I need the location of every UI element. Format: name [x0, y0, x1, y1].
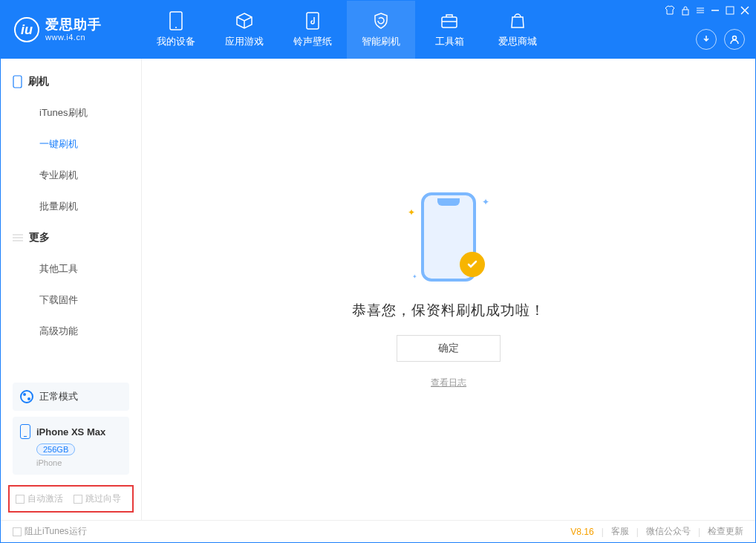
- app-title: 爱思助手: [45, 18, 102, 33]
- mode-icon: [20, 390, 33, 403]
- list-icon: [13, 233, 23, 242]
- device-row: iPhone XS Max: [20, 424, 122, 439]
- sidebar-item-advanced[interactable]: 高级功能: [1, 316, 141, 347]
- tab-label: 铃声壁纸: [293, 35, 332, 48]
- bag-icon: [508, 11, 527, 30]
- mode-box[interactable]: 正常模式: [13, 383, 129, 411]
- svg-point-13: [733, 36, 737, 40]
- body: 刷机 iTunes刷机 一键刷机 专业刷机 批量刷机 更多 其他工具 下载固件 …: [1, 59, 755, 520]
- checkbox-auto-activate[interactable]: 自动激活: [16, 492, 63, 505]
- svg-point-1: [175, 27, 177, 28]
- footer-link-update[interactable]: 检查更新: [708, 525, 743, 538]
- tab-smart-flash[interactable]: 智能刷机: [347, 1, 415, 59]
- mode-label: 正常模式: [39, 390, 78, 403]
- app-subtitle: www.i4.cn: [45, 33, 102, 42]
- sidebar-item-oneclick-flash[interactable]: 一键刷机: [1, 129, 141, 160]
- sparkle-icon: ✦: [482, 197, 489, 207]
- titlebar: iu 爱思助手 www.i4.cn 我的设备 应用游戏 铃声壁纸 智能刷机: [1, 1, 755, 59]
- check-badge-icon: [460, 252, 485, 277]
- sparkle-icon: ✦: [412, 273, 417, 280]
- tshirt-icon[interactable]: [665, 5, 675, 16]
- checkbox-icon: [16, 495, 25, 504]
- toolbox-icon: [440, 11, 459, 30]
- lock-icon[interactable]: [681, 5, 690, 16]
- tab-label: 爱思商城: [498, 35, 537, 48]
- sidebar-section-more: 更多: [1, 222, 141, 253]
- sidebar-scroll: 刷机 iTunes刷机 一键刷机 专业刷机 批量刷机 更多 其他工具 下载固件 …: [1, 59, 141, 377]
- success-message: 恭喜您，保资料刷机成功啦！: [352, 301, 545, 320]
- checkbox-skip-guide[interactable]: 跳过向导: [74, 492, 121, 505]
- device-box[interactable]: iPhone XS Max 256GB iPhone: [13, 417, 129, 475]
- close-icon[interactable]: [740, 6, 749, 15]
- account-button[interactable]: [724, 29, 745, 50]
- footer-link-wechat[interactable]: 微信公众号: [646, 525, 691, 538]
- tab-label: 我的设备: [157, 35, 195, 48]
- header-circle-buttons: [696, 29, 745, 50]
- tab-label: 应用游戏: [225, 35, 264, 48]
- menu-icon[interactable]: [696, 6, 705, 15]
- svg-rect-3: [442, 17, 457, 27]
- ok-button[interactable]: 确定: [397, 335, 501, 362]
- section-title: 刷机: [28, 75, 49, 88]
- top-tabs: 我的设备 应用游戏 铃声壁纸 智能刷机 工具箱 爱思商城: [142, 1, 552, 59]
- tab-apps-games[interactable]: 应用游戏: [210, 1, 278, 59]
- logo-area: iu 爱思助手 www.i4.cn: [1, 17, 142, 42]
- footer-left: 阻止iTunes运行: [13, 525, 570, 538]
- device-storage-badge: 256GB: [36, 443, 75, 455]
- separator: |: [698, 527, 700, 537]
- tab-label: 智能刷机: [362, 35, 400, 48]
- tab-label: 工具箱: [435, 35, 464, 48]
- checkbox-row-highlighted: 自动激活 跳过向导: [8, 485, 134, 513]
- phone-notch: [437, 198, 460, 206]
- cube-icon: [235, 11, 254, 30]
- logo-icon: iu: [14, 17, 39, 42]
- device-type: iPhone: [36, 458, 122, 467]
- view-log-link[interactable]: 查看日志: [431, 377, 466, 389]
- svg-rect-10: [726, 7, 734, 14]
- sidebar-section-flash: 刷机: [1, 66, 141, 97]
- minimize-icon[interactable]: [711, 6, 720, 15]
- svg-rect-5: [682, 10, 688, 15]
- section-title: 更多: [29, 231, 50, 244]
- sidebar-item-download-firmware[interactable]: 下载固件: [1, 284, 141, 316]
- maximize-icon[interactable]: [726, 6, 734, 15]
- footer: 阻止iTunes运行 V8.16 | 客服 | 微信公众号 | 检查更新: [1, 520, 755, 542]
- footer-link-support[interactable]: 客服: [611, 525, 629, 538]
- device-name: iPhone XS Max: [36, 426, 105, 438]
- checkbox-label: 自动激活: [27, 492, 63, 505]
- logo-text: 爱思助手 www.i4.cn: [45, 18, 102, 42]
- checkbox-label: 阻止iTunes运行: [25, 525, 87, 538]
- tab-toolbox[interactable]: 工具箱: [415, 1, 483, 59]
- phone-small-icon: [13, 75, 22, 88]
- main-content: ✦ ✦ ✦ 恭喜您，保资料刷机成功啦！ 确定 查看日志: [142, 59, 755, 520]
- checkbox-icon: [13, 527, 22, 536]
- sidebar-item-batch-flash[interactable]: 批量刷机: [1, 191, 141, 222]
- footer-right: V8.16 | 客服 | 微信公众号 | 检查更新: [570, 525, 743, 538]
- tab-store[interactable]: 爱思商城: [483, 1, 552, 59]
- shield-refresh-icon: [371, 11, 391, 30]
- version-label: V8.16: [570, 527, 593, 537]
- sidebar-item-itunes-flash[interactable]: iTunes刷机: [1, 97, 141, 129]
- device-phone-icon: [20, 424, 30, 439]
- tab-ringtone-wallpaper[interactable]: 铃声壁纸: [278, 1, 347, 59]
- checkbox-label: 跳过向导: [85, 492, 121, 505]
- separator: |: [636, 527, 639, 537]
- window-controls: [665, 5, 749, 16]
- svg-rect-14: [13, 76, 22, 88]
- tab-my-device[interactable]: 我的设备: [142, 1, 210, 59]
- success-illustration: ✦ ✦ ✦: [408, 189, 489, 286]
- checkbox-icon: [74, 495, 82, 504]
- app-window: iu 爱思助手 www.i4.cn 我的设备 应用游戏 铃声壁纸 智能刷机: [0, 0, 756, 543]
- sidebar: 刷机 iTunes刷机 一键刷机 专业刷机 批量刷机 更多 其他工具 下载固件 …: [1, 59, 142, 520]
- sidebar-item-other-tools[interactable]: 其他工具: [1, 253, 141, 284]
- checkbox-block-itunes[interactable]: 阻止iTunes运行: [13, 525, 87, 538]
- separator: |: [602, 527, 604, 537]
- music-file-icon: [303, 11, 322, 30]
- sidebar-item-pro-flash[interactable]: 专业刷机: [1, 160, 141, 191]
- download-button[interactable]: [696, 29, 717, 50]
- phone-icon: [166, 11, 186, 30]
- sparkle-icon: ✦: [408, 207, 415, 218]
